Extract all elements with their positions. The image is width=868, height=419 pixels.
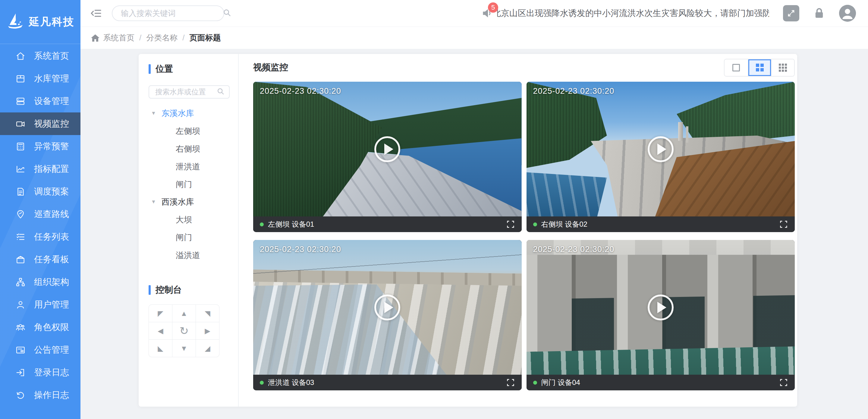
view-mode-grid-nine-button[interactable] (771, 59, 794, 76)
play-button[interactable] (648, 136, 674, 162)
sidebar-item[interactable]: 登录日志 (0, 361, 81, 384)
lock-icon[interactable] (812, 6, 827, 21)
play-button[interactable] (374, 295, 400, 321)
sidebar-collapse-icon[interactable] (90, 7, 103, 20)
camera-grid: 2025-02-23 02:30:20 左侧坝 设备01 2025-02-23 … (253, 82, 795, 390)
camera-card[interactable]: 2025-02-23 02:30:20 右侧坝 设备02 (527, 82, 795, 232)
topbar: 5 北京山区出现强降水诱发的中小河流洪水次生灾害风险较大，请部门加强防范。202… (81, 0, 868, 27)
fullscreen-icon[interactable] (506, 220, 515, 229)
play-button[interactable] (648, 295, 674, 321)
tree-child-label: 溢洪道 (176, 250, 200, 261)
tree-child[interactable]: 闸门 (149, 229, 230, 246)
global-search-input[interactable] (120, 8, 222, 19)
camera-status-bar: 右侧坝 设备02 (527, 216, 795, 232)
ptz-pan-up-left-button[interactable]: ◤ (149, 305, 172, 322)
sidebar-item[interactable]: 任务看板 (0, 248, 81, 271)
play-icon (384, 144, 393, 155)
alert-icon (15, 141, 26, 152)
ptz-pan-up-button[interactable]: ▲ (173, 305, 195, 322)
sidebar-item[interactable]: 水库管理 (0, 67, 81, 90)
sidebar-item-label: 巡查路线 (34, 208, 69, 220)
sailboat-icon (6, 12, 25, 32)
ptz-pan-up-right-button[interactable]: ◥ (196, 305, 219, 322)
camera-card[interactable]: 2025-02-23 02:30:20 泄洪道 设备03 (253, 240, 522, 390)
sidebar-item[interactable]: 视频监控 (0, 113, 81, 135)
quad-layout-icon (756, 64, 764, 71)
ptz-pan-down-left-button[interactable]: ◣ (149, 340, 172, 357)
fullscreen-toggle-icon[interactable] (783, 5, 799, 21)
online-status-dot (533, 222, 537, 227)
view-mode-quad-button[interactable] (748, 59, 771, 76)
fullscreen-icon[interactable] (506, 378, 515, 387)
sidebar-item[interactable]: 设备管理 (0, 90, 81, 113)
camera-status-bar: 泄洪道 设备03 (253, 375, 522, 390)
location-search-input[interactable] (155, 87, 216, 96)
ptz-pan-right-button[interactable]: ▶ (196, 322, 219, 339)
tree-child-label: 右侧坝 (176, 144, 200, 154)
ptz-pan-left-button[interactable]: ◀ (149, 322, 172, 339)
view-mode-single-button[interactable] (724, 59, 748, 76)
camera-timestamp: 2025-02-23 02:30:20 (260, 245, 341, 254)
sidebar-item[interactable]: 组织架构 (0, 271, 81, 293)
caret-down-icon[interactable]: ▼ (151, 199, 156, 205)
camera-card[interactable]: 2025-02-23 02:30:20 闸门 设备04 (527, 240, 795, 390)
location-pane: 位置 ▼ 东溪水库 左侧坝 右侧坝 泄洪道 闸门 ▼ (138, 54, 239, 407)
login-log-icon (15, 367, 26, 378)
sidebar-item[interactable]: 用户管理 (0, 293, 81, 316)
location-tree: ▼ 东溪水库 左侧坝 右侧坝 泄洪道 闸门 ▼ 西溪水库 大坝 闸门 溢洪道 (149, 104, 230, 264)
tree-child[interactable]: 闸门 (149, 175, 230, 193)
sidebar-item[interactable]: 调度预案 (0, 180, 81, 203)
camera-label: 泄洪道 设备03 (268, 378, 314, 387)
play-button[interactable] (374, 136, 400, 162)
global-search (112, 5, 224, 21)
camera-timestamp: 2025-02-23 02:30:20 (533, 87, 615, 96)
sidebar-item[interactable]: 巡查路线 (0, 203, 81, 226)
camera-preview: 2025-02-23 02:30:20 (253, 240, 522, 375)
fullscreen-icon[interactable] (779, 220, 788, 229)
tree-child[interactable]: 右侧坝 (149, 140, 230, 158)
org-icon (15, 277, 26, 288)
sidebar-item-label: 任务看板 (34, 253, 69, 266)
sidebar-item-label: 指标配置 (34, 163, 69, 175)
tree-group[interactable]: ▼ 东溪水库 (149, 104, 230, 122)
caret-down-icon[interactable]: ▼ (151, 110, 156, 116)
tree-group[interactable]: ▼ 西溪水库 (149, 193, 230, 211)
fullscreen-icon[interactable] (779, 378, 788, 387)
breadcrumb-item[interactable]: 分类名称 (146, 33, 178, 43)
sidebar-item-label: 异常预警 (34, 141, 69, 152)
ptz-pan-down-right-button[interactable]: ◢ (196, 340, 219, 357)
breadcrumb-separator: / (182, 33, 184, 42)
sidebar-item[interactable]: 指标配置 (0, 158, 81, 180)
sidebar-item[interactable]: 任务列表 (0, 226, 81, 248)
sidebar-item[interactable]: 角色权限 (0, 316, 81, 338)
breadcrumb-item[interactable]: 系统首页 (103, 33, 134, 43)
ptz-pan-down-button[interactable]: ▼ (173, 340, 195, 357)
user-avatar[interactable] (839, 5, 856, 22)
sidebar-item[interactable]: 操作日志 (0, 384, 81, 406)
online-status-dot (260, 222, 264, 227)
tree-child[interactable]: 左侧坝 (149, 122, 230, 140)
tree-child[interactable]: 溢洪道 (149, 246, 230, 264)
roles-icon (15, 322, 26, 333)
section-accent-bar (149, 285, 151, 295)
tree-child[interactable]: 泄洪道 (149, 158, 230, 175)
device-icon (15, 96, 26, 107)
sidebar-item[interactable]: 异常预警 (0, 135, 81, 158)
camera-card[interactable]: 2025-02-23 02:30:20 左侧坝 设备01 (253, 82, 522, 232)
sidebar-item[interactable]: 公告管理 (0, 338, 81, 361)
camera-timestamp: 2025-02-23 02:30:20 (260, 87, 341, 96)
tree-child[interactable]: 大坝 (149, 211, 230, 229)
brand-logo: 延凡科技 (0, 0, 81, 44)
search-icon[interactable] (216, 87, 225, 97)
home-icon[interactable] (90, 33, 100, 43)
notice-count-badge: 5 (488, 2, 498, 13)
sidebar-item[interactable]: 系统首页 (0, 44, 81, 67)
main-column: 5 北京山区出现强降水诱发的中小河流洪水次生灾害风险较大，请部门加强防范。202… (81, 0, 868, 419)
online-status-dot (533, 381, 537, 385)
camera-timestamp: 2025-02-23 02:30:20 (533, 245, 615, 254)
speaker-icon[interactable]: 5 (481, 7, 495, 20)
search-icon[interactable] (222, 8, 231, 19)
online-status-dot (260, 381, 264, 385)
video-pane: 视频监控 2025-02-23 02:30:20 左侧坝 设备01 (239, 54, 797, 407)
ptz-refresh-button[interactable]: ↻ (173, 322, 195, 339)
